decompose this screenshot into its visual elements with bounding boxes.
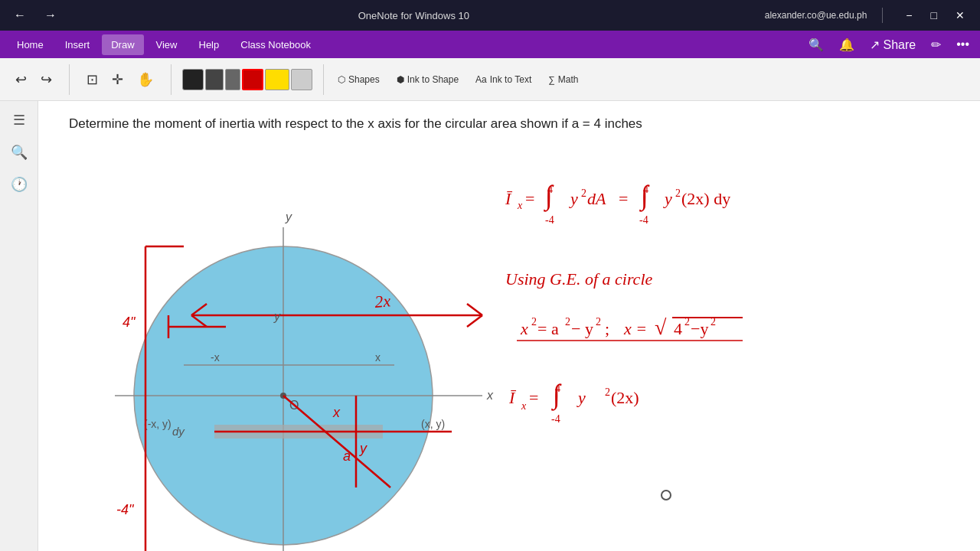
user-email: alexander.co@ue.edu.ph <box>765 10 867 21</box>
svg-text:=: = <box>619 189 628 208</box>
diagram: x y O 2x y <box>100 151 498 551</box>
svg-line-10 <box>467 304 482 315</box>
lasso-button[interactable]: ⊡ <box>80 68 104 91</box>
bell-icon[interactable]: 🔔 <box>836 34 858 55</box>
svg-text:;: ; <box>605 319 609 338</box>
separator-3 <box>323 64 324 95</box>
undo-redo-section: ↩ ↪ <box>6 68 61 91</box>
svg-text:2: 2 <box>565 316 570 328</box>
undo-button[interactable]: ↩ <box>9 68 33 91</box>
ink-to-text-icon: Aa <box>475 74 487 85</box>
svg-text:=: = <box>529 388 538 407</box>
pen-black[interactable] <box>182 69 204 90</box>
svg-text:2x: 2x <box>374 291 391 311</box>
svg-text:dy: dy <box>172 425 185 438</box>
svg-text:Ī: Ī <box>508 388 517 407</box>
sidebar-recent-icon[interactable]: 🕐 <box>6 171 32 197</box>
separator-1 <box>69 64 70 95</box>
notebook: Determine the moment of inertia with res… <box>38 101 980 551</box>
svg-text:x: x <box>332 405 341 420</box>
svg-text:2: 2 <box>684 316 690 328</box>
search-icon[interactable]: 🔍 <box>805 34 827 55</box>
svg-text:-4: -4 <box>551 413 560 425</box>
math-button[interactable]: ∑ Math <box>542 71 584 88</box>
pen-red[interactable] <box>242 69 263 90</box>
svg-text:y: y <box>569 189 578 208</box>
svg-text:2: 2 <box>581 187 586 199</box>
pen-icon[interactable]: ✏ <box>928 34 944 55</box>
ink-to-shape-icon: ⬢ <box>397 74 404 85</box>
share-button[interactable]: ↗ Share <box>867 34 919 55</box>
menu-item-draw[interactable]: Draw <box>102 34 143 55</box>
menu-item-insert[interactable]: Insert <box>56 34 100 55</box>
shapes-icon: ⬡ <box>338 74 345 85</box>
close-button[interactable]: ✕ <box>948 6 972 24</box>
svg-line-11 <box>467 315 482 327</box>
svg-text:y: y <box>577 388 586 407</box>
svg-text:Using G.E. of a circle: Using G.E. of a circle <box>505 269 652 289</box>
sidebar: ☰ 🔍 🕐 <box>0 101 38 551</box>
svg-text:-4": -4" <box>116 502 135 517</box>
pen-dark[interactable] <box>205 69 224 90</box>
menubar: Home Insert Draw View Help Class Noteboo… <box>0 31 980 58</box>
pen-eraser[interactable] <box>291 69 312 90</box>
shapes-label: Shapes <box>348 74 380 85</box>
svg-text:x: x <box>520 319 528 338</box>
svg-text:√: √ <box>655 315 667 339</box>
ink-to-text-label: Ink to Text <box>490 74 531 85</box>
ink-to-shape-button[interactable]: ⬢ Ink to Shape <box>390 71 465 88</box>
lasso-icon: ⊡ <box>87 71 98 88</box>
shapes-button[interactable]: ⬡ Shapes <box>332 71 386 88</box>
menu-item-view[interactable]: View <box>147 34 187 55</box>
svg-text:− y: − y <box>571 319 593 338</box>
svg-text:-4: -4 <box>639 214 648 226</box>
menu-item-classnotebook[interactable]: Class Notebook <box>231 34 320 55</box>
redo-icon: ↪ <box>41 71 52 88</box>
menu-item-help[interactable]: Help <box>190 34 229 55</box>
svg-text:x: x <box>486 389 494 402</box>
right-icons: 🔍 🔔 ↗ Share ✏ ••• <box>805 34 972 55</box>
svg-text:y: y <box>358 441 368 456</box>
svg-text:x: x <box>517 200 523 211</box>
svg-text:2: 2 <box>531 316 537 328</box>
window-buttons: − □ ✕ <box>898 6 972 24</box>
svg-text:(2x) dy: (2x) dy <box>681 189 730 208</box>
minimize-button[interactable]: − <box>898 6 920 24</box>
svg-text:2: 2 <box>675 187 681 199</box>
svg-text:Ī: Ī <box>505 189 513 208</box>
svg-text:dA: dA <box>587 189 606 208</box>
pen-gray[interactable] <box>225 69 240 90</box>
nav-buttons: ← → <box>8 5 63 25</box>
separator-2 <box>171 64 172 95</box>
more-icon[interactable]: ••• <box>953 34 972 54</box>
svg-text:y: y <box>663 189 672 208</box>
add-space-button[interactable]: ✛ <box>106 68 129 91</box>
svg-text:-4: -4 <box>545 214 554 226</box>
svg-text:= a: = a <box>537 319 559 338</box>
sidebar-pages-icon[interactable]: ☰ <box>8 107 30 133</box>
pen-yellow[interactable] <box>265 69 289 90</box>
svg-point-77 <box>662 491 671 500</box>
svg-text:x: x <box>521 400 527 412</box>
math-content: Ī x = 4 ∫ -4 y 2 dA = 4 ∫ -4 <box>498 151 980 551</box>
svg-text:(-x, y): (-x, y) <box>144 418 172 430</box>
redo-button[interactable]: ↪ <box>34 68 58 91</box>
ink-to-text-button[interactable]: Aa Ink to Text <box>469 71 537 88</box>
svg-text:(x, y): (x, y) <box>421 418 445 430</box>
ribbon: ↩ ↪ ⊡ ✛ ✋ ⬡ Shapes ⬢ Ink to Shape <box>0 58 980 101</box>
svg-text:4": 4" <box>122 315 136 330</box>
content-area: Determine the moment of inertia with res… <box>38 101 980 551</box>
svg-text:4: 4 <box>674 319 682 338</box>
svg-text:(2x): (2x) <box>611 388 639 407</box>
add-space-icon: ✛ <box>112 71 123 88</box>
menu-item-home[interactable]: Home <box>8 34 53 55</box>
ink-to-shape-label: Ink to Shape <box>407 74 459 85</box>
sidebar-search-icon[interactable]: 🔍 <box>6 139 32 165</box>
titlebar: ← → OneNote for Windows 10 alexander.co@… <box>0 0 980 31</box>
problem-text: Determine the moment of inertia with res… <box>69 116 949 132</box>
forward-button[interactable]: → <box>38 5 63 25</box>
back-button[interactable]: ← <box>8 5 32 25</box>
pan-button[interactable]: ✋ <box>131 68 160 91</box>
maximize-button[interactable]: □ <box>923 6 945 24</box>
undo-icon: ↩ <box>15 71 27 88</box>
